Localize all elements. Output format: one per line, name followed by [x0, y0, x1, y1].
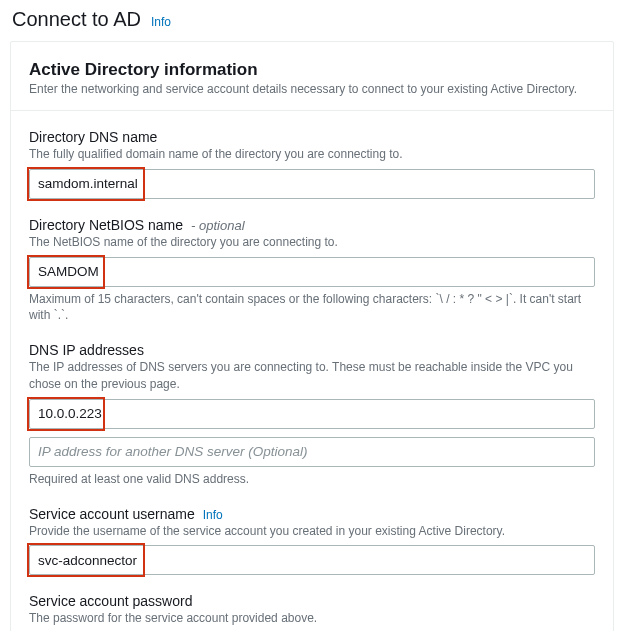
dns-name-help: The fully qualified domain name of the d… [29, 146, 595, 163]
dns-ip1-highlight [29, 399, 595, 429]
field-dns-name: Directory DNS name The fully qualified d… [29, 129, 595, 199]
netbios-highlight [29, 257, 595, 287]
divider [11, 110, 613, 111]
svc-user-label: Service account username [29, 506, 195, 522]
netbios-optional: - optional [191, 218, 244, 233]
netbios-help: The NetBIOS name of the directory you ar… [29, 234, 595, 251]
page-header: Connect to AD Info [12, 8, 614, 31]
section-desc: Enter the networking and service account… [29, 82, 595, 96]
dns-ip1-input[interactable] [29, 399, 595, 429]
field-netbios: Directory NetBIOS name - optional The Ne… [29, 217, 595, 324]
netbios-label: Directory NetBIOS name [29, 217, 183, 233]
dns-ips-help: The IP addresses of DNS servers you are … [29, 359, 595, 393]
netbios-hint: Maximum of 15 characters, can't contain … [29, 291, 595, 325]
svc-user-help: Provide the username of the service acco… [29, 523, 595, 540]
page-info-link[interactable]: Info [151, 15, 171, 29]
dns-ips-label: DNS IP addresses [29, 342, 595, 358]
svc-user-input[interactable] [29, 545, 595, 575]
field-svc-pass: Service account password The password fo… [29, 593, 595, 631]
dns-ips-hint: Required at least one valid DNS address. [29, 471, 595, 488]
dns-ip2-input[interactable] [29, 437, 595, 467]
dns-name-highlight [29, 169, 595, 199]
field-svc-user: Service account username Info Provide th… [29, 506, 595, 576]
dns-name-input[interactable] [29, 169, 595, 199]
section-title: Active Directory information [29, 60, 595, 80]
svc-pass-help: The password for the service account pro… [29, 610, 595, 627]
svc-user-info-link[interactable]: Info [203, 508, 223, 522]
svc-pass-label: Service account password [29, 593, 595, 609]
netbios-input[interactable] [29, 257, 595, 287]
field-dns-ips: DNS IP addresses The IP addresses of DNS… [29, 342, 595, 487]
dns-name-label: Directory DNS name [29, 129, 595, 145]
page-title: Connect to AD [12, 8, 141, 31]
svc-user-highlight [29, 545, 595, 575]
form-panel: Active Directory information Enter the n… [10, 41, 614, 631]
